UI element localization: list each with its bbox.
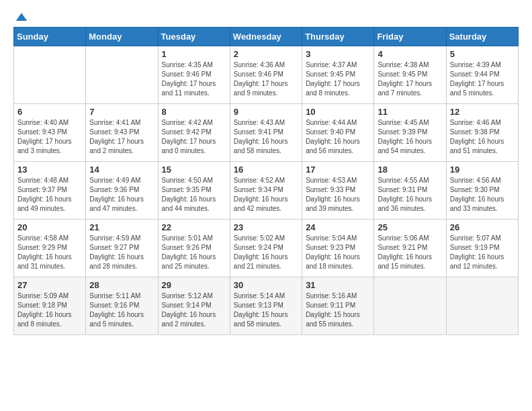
- calendar-week-1: 1Sunrise: 4:35 AM Sunset: 9:46 PM Daylig…: [14, 46, 519, 104]
- day-number: 5: [450, 49, 515, 59]
- day-number: 7: [89, 107, 154, 117]
- day-number: 17: [306, 165, 370, 175]
- weekday-header-sunday: Sunday: [14, 28, 86, 46]
- weekday-header-tuesday: Tuesday: [158, 28, 230, 46]
- day-info: Sunrise: 4:56 AM Sunset: 9:30 PM Dayligh…: [450, 176, 515, 214]
- calendar-cell: 18Sunrise: 4:55 AM Sunset: 9:31 PM Dayli…: [374, 162, 446, 220]
- day-info: Sunrise: 4:42 AM Sunset: 9:42 PM Dayligh…: [162, 118, 226, 156]
- day-number: 29: [162, 280, 226, 290]
- calendar-cell: 30Sunrise: 5:14 AM Sunset: 9:13 PM Dayli…: [230, 277, 302, 335]
- calendar-cell: 6Sunrise: 4:40 AM Sunset: 9:43 PM Daylig…: [14, 104, 86, 162]
- calendar-cell: 23Sunrise: 5:02 AM Sunset: 9:24 PM Dayli…: [230, 220, 302, 277]
- calendar-cell: 26Sunrise: 5:07 AM Sunset: 9:19 PM Dayli…: [446, 220, 518, 277]
- calendar-cell: 19Sunrise: 4:56 AM Sunset: 9:30 PM Dayli…: [446, 162, 518, 220]
- day-info: Sunrise: 5:16 AM Sunset: 9:11 PM Dayligh…: [306, 291, 370, 329]
- day-info: Sunrise: 4:52 AM Sunset: 9:34 PM Dayligh…: [234, 176, 298, 214]
- calendar-cell: 14Sunrise: 4:49 AM Sunset: 9:36 PM Dayli…: [86, 162, 158, 220]
- day-info: Sunrise: 4:41 AM Sunset: 9:43 PM Dayligh…: [89, 118, 154, 156]
- day-info: Sunrise: 4:50 AM Sunset: 9:35 PM Dayligh…: [162, 176, 226, 214]
- day-info: Sunrise: 5:06 AM Sunset: 9:21 PM Dayligh…: [378, 234, 442, 271]
- calendar-week-4: 20Sunrise: 4:58 AM Sunset: 9:29 PM Dayli…: [14, 220, 519, 277]
- day-info: Sunrise: 4:44 AM Sunset: 9:40 PM Dayligh…: [306, 118, 370, 156]
- day-info: Sunrise: 4:39 AM Sunset: 9:44 PM Dayligh…: [450, 60, 515, 98]
- calendar-week-3: 13Sunrise: 4:48 AM Sunset: 9:37 PM Dayli…: [14, 162, 519, 220]
- day-number: 24: [306, 222, 370, 232]
- calendar-cell: 17Sunrise: 4:53 AM Sunset: 9:33 PM Dayli…: [302, 162, 374, 220]
- calendar-cell: 29Sunrise: 5:12 AM Sunset: 9:14 PM Dayli…: [158, 277, 230, 335]
- calendar-cell: 21Sunrise: 4:59 AM Sunset: 9:27 PM Dayli…: [86, 220, 158, 277]
- day-info: Sunrise: 4:37 AM Sunset: 9:45 PM Dayligh…: [306, 60, 370, 98]
- calendar-cell: 31Sunrise: 5:16 AM Sunset: 9:11 PM Dayli…: [302, 277, 374, 335]
- day-info: Sunrise: 4:59 AM Sunset: 9:27 PM Dayligh…: [89, 234, 154, 271]
- calendar-cell: 11Sunrise: 4:45 AM Sunset: 9:39 PM Dayli…: [374, 104, 446, 162]
- calendar-cell: 2Sunrise: 4:36 AM Sunset: 9:46 PM Daylig…: [230, 46, 302, 104]
- day-info: Sunrise: 5:02 AM Sunset: 9:24 PM Dayligh…: [234, 234, 298, 271]
- day-number: 2: [234, 49, 298, 59]
- day-info: Sunrise: 4:53 AM Sunset: 9:33 PM Dayligh…: [306, 176, 370, 214]
- day-number: 28: [89, 280, 154, 290]
- day-number: 13: [17, 165, 82, 175]
- calendar-cell: 28Sunrise: 5:11 AM Sunset: 9:16 PM Dayli…: [86, 277, 158, 335]
- calendar-cell: 7Sunrise: 4:41 AM Sunset: 9:43 PM Daylig…: [86, 104, 158, 162]
- day-info: Sunrise: 4:46 AM Sunset: 9:38 PM Dayligh…: [450, 118, 515, 156]
- calendar-cell: 8Sunrise: 4:42 AM Sunset: 9:42 PM Daylig…: [158, 104, 230, 162]
- day-number: 30: [234, 280, 298, 290]
- logo-icon: [15, 11, 28, 24]
- calendar-cell: 3Sunrise: 4:37 AM Sunset: 9:45 PM Daylig…: [302, 46, 374, 104]
- day-number: 1: [162, 49, 226, 59]
- day-number: 23: [234, 222, 298, 232]
- day-info: Sunrise: 4:58 AM Sunset: 9:29 PM Dayligh…: [17, 234, 82, 271]
- day-info: Sunrise: 4:40 AM Sunset: 9:43 PM Dayligh…: [17, 118, 82, 156]
- day-number: 10: [306, 107, 370, 117]
- day-number: 22: [162, 222, 226, 232]
- weekday-header-wednesday: Wednesday: [230, 28, 302, 46]
- calendar-cell: 9Sunrise: 4:43 AM Sunset: 9:41 PM Daylig…: [230, 104, 302, 162]
- day-info: Sunrise: 4:35 AM Sunset: 9:46 PM Dayligh…: [162, 60, 226, 98]
- day-number: 3: [306, 49, 370, 59]
- day-info: Sunrise: 4:48 AM Sunset: 9:37 PM Dayligh…: [17, 176, 82, 214]
- calendar-cell: 27Sunrise: 5:09 AM Sunset: 9:18 PM Dayli…: [14, 277, 86, 335]
- day-number: 25: [378, 222, 442, 232]
- day-info: Sunrise: 5:04 AM Sunset: 9:23 PM Dayligh…: [306, 234, 370, 271]
- day-info: Sunrise: 5:12 AM Sunset: 9:14 PM Dayligh…: [162, 291, 226, 329]
- weekday-header-friday: Friday: [374, 28, 446, 46]
- header-row: [13, 11, 519, 21]
- logo: [13, 11, 28, 21]
- weekday-header-monday: Monday: [86, 28, 158, 46]
- day-number: 11: [378, 107, 442, 117]
- day-info: Sunrise: 4:45 AM Sunset: 9:39 PM Dayligh…: [378, 118, 442, 156]
- day-number: 21: [89, 222, 154, 232]
- calendar-table: SundayMondayTuesdayWednesdayThursdayFrid…: [13, 27, 519, 335]
- day-info: Sunrise: 5:11 AM Sunset: 9:16 PM Dayligh…: [89, 291, 154, 329]
- calendar-header-row: SundayMondayTuesdayWednesdayThursdayFrid…: [14, 28, 519, 46]
- calendar-cell: 5Sunrise: 4:39 AM Sunset: 9:44 PM Daylig…: [446, 46, 518, 104]
- day-number: 16: [234, 165, 298, 175]
- calendar-cell: 25Sunrise: 5:06 AM Sunset: 9:21 PM Dayli…: [374, 220, 446, 277]
- calendar-cell: 24Sunrise: 5:04 AM Sunset: 9:23 PM Dayli…: [302, 220, 374, 277]
- day-info: Sunrise: 5:07 AM Sunset: 9:19 PM Dayligh…: [450, 234, 515, 271]
- day-number: 31: [306, 280, 370, 290]
- day-number: 6: [17, 107, 82, 117]
- day-number: 27: [17, 280, 82, 290]
- day-number: 20: [17, 222, 82, 232]
- calendar-cell: 22Sunrise: 5:01 AM Sunset: 9:26 PM Dayli…: [158, 220, 230, 277]
- day-number: 19: [450, 165, 515, 175]
- calendar-cell: 4Sunrise: 4:38 AM Sunset: 9:45 PM Daylig…: [374, 46, 446, 104]
- calendar-cell: 10Sunrise: 4:44 AM Sunset: 9:40 PM Dayli…: [302, 104, 374, 162]
- calendar-week-5: 27Sunrise: 5:09 AM Sunset: 9:18 PM Dayli…: [14, 277, 519, 335]
- day-number: 4: [378, 49, 442, 59]
- calendar-week-2: 6Sunrise: 4:40 AM Sunset: 9:43 PM Daylig…: [14, 104, 519, 162]
- calendar-cell: 20Sunrise: 4:58 AM Sunset: 9:29 PM Dayli…: [14, 220, 86, 277]
- day-number: 14: [89, 165, 154, 175]
- calendar-cell: [86, 46, 158, 104]
- calendar-cell: 15Sunrise: 4:50 AM Sunset: 9:35 PM Dayli…: [158, 162, 230, 220]
- day-info: Sunrise: 4:55 AM Sunset: 9:31 PM Dayligh…: [378, 176, 442, 214]
- day-info: Sunrise: 5:01 AM Sunset: 9:26 PM Dayligh…: [162, 234, 226, 271]
- day-info: Sunrise: 4:38 AM Sunset: 9:45 PM Dayligh…: [378, 60, 442, 98]
- day-info: Sunrise: 4:49 AM Sunset: 9:36 PM Dayligh…: [89, 176, 154, 214]
- calendar-cell: 1Sunrise: 4:35 AM Sunset: 9:46 PM Daylig…: [158, 46, 230, 104]
- day-info: Sunrise: 5:09 AM Sunset: 9:18 PM Dayligh…: [17, 291, 82, 329]
- day-number: 26: [450, 222, 515, 232]
- calendar-cell: 12Sunrise: 4:46 AM Sunset: 9:38 PM Dayli…: [446, 104, 518, 162]
- day-info: Sunrise: 4:36 AM Sunset: 9:46 PM Dayligh…: [234, 60, 298, 98]
